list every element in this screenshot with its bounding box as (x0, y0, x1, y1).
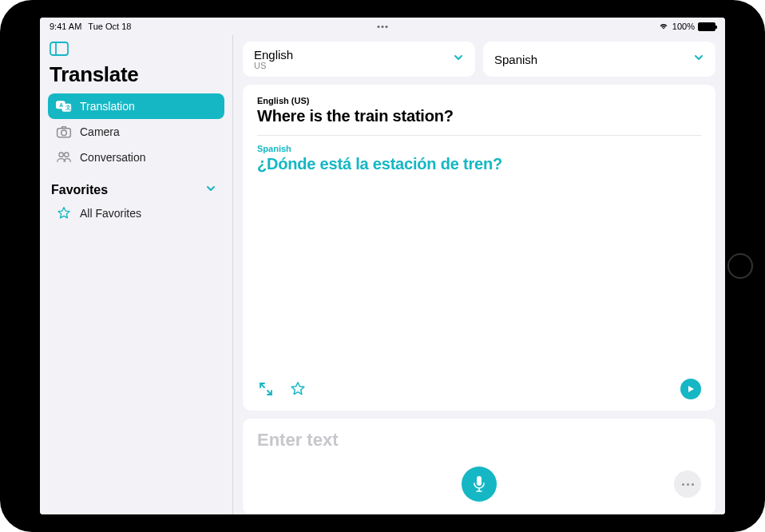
wifi-icon (658, 22, 669, 31)
screen: 9:41 AM Tue Oct 18 100% Translate (40, 18, 725, 514)
sidebar-item-label: All Favorites (80, 207, 141, 220)
favorite-button[interactable] (289, 380, 307, 398)
sidebar-item-label: Conversation (80, 151, 146, 164)
target-text[interactable]: ¿Dónde está la estación de tren? (257, 155, 701, 173)
camera-icon (56, 125, 72, 139)
favorites-list: All Favorites (48, 200, 224, 226)
status-date: Tue Oct 18 (88, 22, 131, 31)
chevron-down-icon (693, 52, 704, 66)
home-button[interactable] (727, 253, 753, 279)
status-bar: 9:41 AM Tue Oct 18 100% (40, 18, 725, 35)
status-right: 100% (658, 22, 715, 31)
app-body: Translate A文 Translation Camera (40, 35, 725, 514)
target-language-label: Spanish (257, 144, 701, 153)
source-text[interactable]: Where is the train station? (257, 107, 701, 125)
battery-icon (698, 22, 715, 31)
sidebar-item-all-favorites[interactable]: All Favorites (48, 200, 224, 226)
language-row: English US Spanish (243, 42, 715, 77)
divider (257, 135, 701, 136)
sidebar-item-label: Translation (80, 100, 135, 113)
svg-point-8 (59, 153, 63, 157)
nav-list: A文 Translation Camera Con (48, 93, 224, 170)
star-icon (56, 206, 72, 220)
sidebar-toggle-icon[interactable] (50, 42, 69, 56)
conversation-icon (56, 150, 72, 165)
microphone-button[interactable] (462, 466, 497, 502)
multitasking-dots-icon[interactable] (378, 26, 388, 28)
more-options-button[interactable] (674, 470, 701, 498)
ipad-device-frame: 9:41 AM Tue Oct 18 100% Translate (0, 0, 765, 532)
app-title: Translate (50, 62, 223, 87)
input-placeholder: Enter text (257, 430, 701, 451)
svg-text:A: A (59, 102, 63, 108)
sidebar-item-label: Camera (80, 125, 120, 138)
battery-percent: 100% (672, 22, 695, 31)
svg-rect-0 (50, 42, 68, 55)
input-actions (257, 466, 701, 502)
source-language-label: English (US) (257, 96, 701, 105)
status-left: 9:41 AM Tue Oct 18 (50, 22, 131, 31)
sidebar-item-camera[interactable]: Camera (48, 119, 224, 145)
favorites-section-header[interactable]: Favorites (48, 170, 224, 200)
source-language-name: English (254, 48, 293, 62)
chevron-down-icon (453, 52, 464, 66)
sidebar: Translate A文 Translation Camera (40, 35, 233, 514)
target-language-selector[interactable]: Spanish (483, 42, 715, 77)
source-language-region: US (254, 61, 293, 70)
status-time: 9:41 AM (50, 22, 81, 31)
translation-actions (257, 379, 701, 399)
sidebar-item-conversation[interactable]: Conversation (48, 145, 224, 170)
chevron-down-icon (205, 183, 216, 197)
svg-point-7 (61, 130, 67, 136)
sidebar-item-translation[interactable]: A文 Translation (48, 93, 224, 119)
svg-text:文: 文 (65, 104, 71, 111)
translate-icon: A文 (56, 99, 72, 113)
source-language-selector[interactable]: English US (243, 42, 475, 77)
play-audio-button[interactable] (680, 379, 701, 399)
text-input-card[interactable]: Enter text (243, 419, 715, 514)
target-language-name: Spanish (494, 53, 537, 66)
translation-card: English (US) Where is the train station?… (243, 85, 715, 411)
expand-button[interactable] (257, 380, 275, 398)
svg-rect-10 (477, 476, 482, 486)
svg-point-9 (65, 153, 69, 157)
main-content: English US Spanish (233, 35, 725, 514)
favorites-header-label: Favorites (51, 183, 108, 197)
ellipsis-icon (682, 483, 694, 486)
